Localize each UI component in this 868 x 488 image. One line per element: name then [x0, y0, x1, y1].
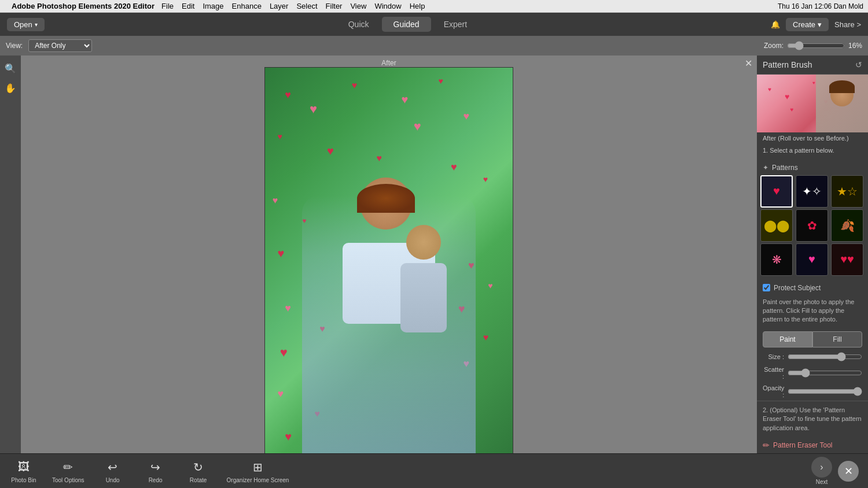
tab-quick[interactable]: Quick [337, 17, 381, 32]
heart-decoration: ♥ [280, 345, 288, 360]
pattern-eraser-label: Pattern Eraser Tool [773, 441, 833, 449]
menubar-right: Thu 16 Jan 12:06 Dan Mold [778, 2, 863, 10]
tab-expert[interactable]: Expert [432, 17, 479, 32]
heart-decoration: ♥ [277, 132, 282, 141]
menu-layer[interactable]: Layer [270, 2, 289, 10]
organizer-tool[interactable]: ⊞ Organizer Home Screen [227, 459, 289, 483]
redo-label: Redo [149, 477, 163, 483]
panel-description: Paint over the photo to apply the patter… [757, 297, 868, 329]
protect-subject-label: Protect Subject [774, 284, 821, 292]
size-label: Size : [763, 353, 784, 360]
menu-select[interactable]: Select [296, 2, 317, 10]
canvas-area[interactable]: After ✕ ♥ ♥ ♥ ♥ ♥ ♥ ♥ ♥ ♥ ♥ ♥ ♥ ♥ ♥ ♥ ♥ [21, 56, 757, 453]
preview-heart: ♥ [790, 106, 794, 113]
paint-fill-buttons: Paint Fill [763, 331, 862, 347]
zoom-slider[interactable] [787, 41, 845, 50]
protect-subject-row: Protect Subject [757, 279, 868, 297]
undo-label: Undo [106, 477, 120, 483]
redo-icon: ↪ [148, 459, 164, 475]
share-button[interactable]: Share > [834, 20, 861, 29]
undo-icon: ↩ [105, 459, 121, 475]
redo-tool[interactable]: ↪ Redo [141, 459, 170, 483]
view-select[interactable]: After Only Before Only Before & After [28, 39, 92, 52]
patterns-label: Patterns [772, 164, 798, 172]
pattern-hearts[interactable]: ♥ [760, 175, 793, 208]
create-button[interactable]: Create ▾ [786, 18, 829, 31]
refresh-icon[interactable]: ↺ [855, 60, 862, 69]
pattern-eraser-tool[interactable]: ✏ Pattern Eraser Tool [757, 437, 868, 453]
eraser-icon: ✏ [763, 441, 770, 450]
photo-canvas[interactable]: ♥ ♥ ♥ ♥ ♥ ♥ ♥ ♥ ♥ ♥ ♥ ♥ ♥ ♥ ♥ ♥ ♥ ♥ ♥ ♥ [264, 67, 513, 453]
scatter-slider[interactable] [788, 368, 862, 378]
next-label: Next [816, 479, 828, 485]
menu-bar: Adobe Photoshop Elements 2020 Editor Fil… [0, 0, 868, 13]
bottom-right-nav: › Next ✕ [811, 457, 859, 485]
tab-guided[interactable]: Guided [382, 17, 431, 32]
photo-bin-label: Photo Bin [11, 477, 36, 483]
heart-decoration: ♥ [483, 175, 488, 184]
preview-hair [829, 80, 855, 93]
pattern-leaves[interactable]: 🍂 [831, 209, 863, 242]
panel-after-label: After (Roll over to see Before.) [757, 132, 868, 144]
fill-button[interactable]: Fill [812, 331, 862, 347]
menu-help[interactable]: Help [410, 2, 425, 10]
patterns-header: ✦ Patterns [760, 160, 865, 175]
pattern-hearts-red[interactable]: ♥♥ [831, 243, 863, 276]
heart-decoration: ♥ [352, 80, 358, 91]
menu-filter[interactable]: Filter [326, 2, 343, 10]
size-slider-row: Size : [757, 350, 868, 364]
pattern-swirls[interactable]: ❋ [760, 243, 793, 276]
patterns-section: ✦ Patterns ♥ ✦✧ ★☆ ⬤⬤ ✿ 🍂 ❋ ♥ ♥♥ [757, 160, 868, 279]
hand-tool-icon[interactable]: ✋ [2, 80, 19, 96]
bottom-bar: 🖼 Photo Bin ✏ Tool Options ↩ Undo ↪ Redo… [0, 453, 868, 488]
next-button[interactable]: › Next [811, 457, 832, 485]
pattern-stars-white[interactable]: ✦✧ [796, 175, 828, 208]
person-hair [357, 184, 415, 213]
menu-enhance[interactable]: Enhance [232, 2, 262, 10]
pattern-hearts-pink[interactable]: ♥ [796, 243, 828, 276]
opacity-slider[interactable] [788, 387, 862, 396]
menu-edit[interactable]: Edit [182, 2, 194, 10]
heart-decoration: ♥ [277, 388, 284, 400]
toolbar-right: 🔔 Create ▾ Share > [771, 18, 861, 31]
person-overlay [302, 195, 476, 453]
main-content: 🔍 ✋ After ✕ ♥ ♥ ♥ ♥ ♥ ♥ ♥ ♥ ♥ ♥ ♥ ♥ ♥ [0, 56, 868, 453]
menu-image[interactable]: Image [203, 2, 223, 10]
tool-options-tool[interactable]: ✏ Tool Options [52, 459, 84, 483]
paint-button[interactable]: Paint [763, 331, 812, 347]
app-toolbar: Open ▾ Quick Guided Expert 🔔 Create ▾ Sh… [0, 13, 868, 36]
menu-file[interactable]: File [161, 2, 174, 10]
app-name: Adobe Photoshop Elements 2020 Editor [12, 2, 155, 10]
menu-view[interactable]: View [350, 2, 366, 10]
photo-bin-tool[interactable]: 🖼 Photo Bin [9, 459, 38, 483]
next-arrow-icon: › [811, 457, 832, 478]
undo-tool[interactable]: ↩ Undo [98, 459, 127, 483]
heart-decoration: ♥ [439, 76, 443, 86]
tool-options-label: Tool Options [52, 477, 84, 483]
organizer-label: Organizer Home Screen [227, 477, 289, 483]
person-child-head [406, 225, 441, 260]
protect-subject-checkbox[interactable] [763, 284, 770, 291]
pattern-flowers[interactable]: ✿ [796, 209, 828, 242]
heart-decoration: ♥ [377, 153, 382, 164]
patterns-star-icon: ✦ [763, 164, 768, 172]
preview-person-area [816, 75, 868, 132]
heart-decoration: ♥ [451, 161, 457, 173]
zoom-value: 16% [848, 42, 862, 50]
open-button[interactable]: Open ▾ [7, 18, 45, 31]
pattern-stars-gold[interactable]: ★☆ [831, 175, 863, 208]
cancel-button[interactable]: ✕ [838, 461, 859, 482]
zoom-tool-icon[interactable]: 🔍 [2, 60, 19, 76]
panel-instruction-1: 1. Select a pattern below. [757, 144, 868, 160]
rotate-label: Rotate [190, 477, 207, 483]
size-slider[interactable] [788, 352, 862, 361]
opacity-label: Opacity : [763, 385, 784, 398]
preview-heart: ♥ [812, 80, 815, 86]
notification-bell-icon[interactable]: 🔔 [771, 20, 780, 29]
heart-decoration: ♥ [463, 110, 469, 123]
scatter-slider-row: Scatter : [757, 364, 868, 382]
rotate-tool[interactable]: ↻ Rotate [184, 459, 213, 483]
menu-window[interactable]: Window [374, 2, 401, 10]
pattern-circles[interactable]: ⬤⬤ [760, 209, 793, 242]
close-canvas-button[interactable]: ✕ [745, 58, 752, 69]
